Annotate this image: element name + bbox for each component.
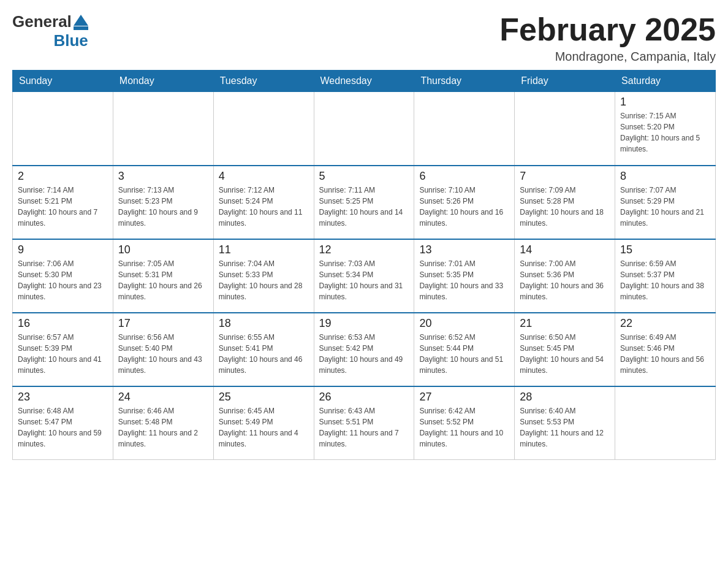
day-number: 5: [319, 170, 409, 183]
calendar-cell: 27Sunrise: 6:42 AMSunset: 5:52 PMDayligh…: [414, 386, 515, 460]
day-info: Sunrise: 6:52 AMSunset: 5:44 PMDaylight:…: [419, 332, 509, 376]
day-number: 27: [419, 391, 509, 404]
day-number: 11: [219, 243, 309, 256]
day-info: Sunrise: 7:06 AMSunset: 5:30 PMDaylight:…: [18, 258, 108, 302]
day-number: 20: [419, 317, 509, 330]
calendar-cell: 4Sunrise: 7:12 AMSunset: 5:24 PMDaylight…: [213, 166, 314, 239]
week-row-2: 2Sunrise: 7:14 AMSunset: 5:21 PMDaylight…: [13, 166, 716, 239]
weekday-header-monday: Monday: [113, 71, 213, 92]
day-number: 9: [18, 243, 108, 256]
calendar-cell: 9Sunrise: 7:06 AMSunset: 5:30 PMDaylight…: [13, 239, 113, 313]
day-number: 17: [118, 317, 208, 330]
weekday-header-row: SundayMondayTuesdayWednesdayThursdayFrid…: [13, 71, 716, 92]
calendar-cell: [113, 92, 213, 166]
calendar-cell: 5Sunrise: 7:11 AMSunset: 5:25 PMDaylight…: [314, 166, 414, 239]
day-number: 2: [18, 170, 108, 183]
weekday-header-thursday: Thursday: [414, 71, 515, 92]
day-info: Sunrise: 7:14 AMSunset: 5:21 PMDaylight:…: [18, 185, 108, 229]
day-info: Sunrise: 6:43 AMSunset: 5:51 PMDaylight:…: [319, 405, 409, 450]
day-number: 22: [620, 317, 710, 330]
day-info: Sunrise: 7:01 AMSunset: 5:35 PMDaylight:…: [419, 258, 509, 302]
calendar-cell: [13, 92, 113, 166]
day-number: 19: [319, 317, 409, 330]
calendar-cell: 16Sunrise: 6:57 AMSunset: 5:39 PMDayligh…: [13, 313, 113, 386]
calendar-cell: 28Sunrise: 6:40 AMSunset: 5:53 PMDayligh…: [515, 386, 615, 460]
calendar-cell: 24Sunrise: 6:46 AMSunset: 5:48 PMDayligh…: [113, 386, 213, 460]
day-number: 26: [319, 391, 409, 404]
month-title: February 2025: [499, 12, 716, 47]
calendar-cell: 25Sunrise: 6:45 AMSunset: 5:49 PMDayligh…: [213, 386, 314, 460]
day-info: Sunrise: 6:53 AMSunset: 5:42 PMDaylight:…: [319, 332, 409, 376]
calendar-cell: [213, 92, 314, 166]
logo-general: General: [12, 12, 72, 31]
day-info: Sunrise: 7:04 AMSunset: 5:33 PMDaylight:…: [219, 258, 309, 302]
day-number: 13: [419, 243, 509, 256]
day-number: 6: [419, 170, 509, 183]
day-info: Sunrise: 6:59 AMSunset: 5:37 PMDaylight:…: [620, 258, 710, 302]
day-info: Sunrise: 7:10 AMSunset: 5:26 PMDaylight:…: [419, 185, 509, 229]
calendar-cell: 18Sunrise: 6:55 AMSunset: 5:41 PMDayligh…: [213, 313, 314, 386]
day-info: Sunrise: 7:00 AMSunset: 5:36 PMDaylight:…: [520, 258, 610, 302]
day-info: Sunrise: 6:48 AMSunset: 5:47 PMDaylight:…: [18, 405, 108, 450]
day-info: Sunrise: 7:07 AMSunset: 5:29 PMDaylight:…: [620, 185, 710, 229]
page-header: General Blue February 2025 Mondragone, C…: [12, 12, 716, 64]
day-info: Sunrise: 7:09 AMSunset: 5:28 PMDaylight:…: [520, 185, 610, 229]
day-info: Sunrise: 6:57 AMSunset: 5:39 PMDaylight:…: [18, 332, 108, 376]
day-number: 25: [219, 391, 309, 404]
weekday-header-wednesday: Wednesday: [314, 71, 414, 92]
day-info: Sunrise: 6:56 AMSunset: 5:40 PMDaylight:…: [118, 332, 208, 376]
calendar-cell: 20Sunrise: 6:52 AMSunset: 5:44 PMDayligh…: [414, 313, 515, 386]
day-number: 28: [520, 391, 610, 404]
logo: General Blue: [12, 12, 88, 50]
day-number: 24: [118, 391, 208, 404]
calendar-cell: 19Sunrise: 6:53 AMSunset: 5:42 PMDayligh…: [314, 313, 414, 386]
day-info: Sunrise: 7:11 AMSunset: 5:25 PMDaylight:…: [319, 185, 409, 229]
day-number: 21: [520, 317, 610, 330]
title-area: February 2025 Mondragone, Campania, Ital…: [499, 12, 716, 64]
week-row-3: 9Sunrise: 7:06 AMSunset: 5:30 PMDaylight…: [13, 239, 716, 313]
calendar-cell: [615, 386, 716, 460]
weekday-header-friday: Friday: [515, 71, 615, 92]
weekday-header-tuesday: Tuesday: [213, 71, 314, 92]
calendar-cell: 6Sunrise: 7:10 AMSunset: 5:26 PMDaylight…: [414, 166, 515, 239]
calendar-cell: 15Sunrise: 6:59 AMSunset: 5:37 PMDayligh…: [615, 239, 716, 313]
calendar-cell: 22Sunrise: 6:49 AMSunset: 5:46 PMDayligh…: [615, 313, 716, 386]
day-number: 4: [219, 170, 309, 183]
day-number: 18: [219, 317, 309, 330]
calendar-cell: 14Sunrise: 7:00 AMSunset: 5:36 PMDayligh…: [515, 239, 615, 313]
calendar-cell: [314, 92, 414, 166]
day-info: Sunrise: 7:13 AMSunset: 5:23 PMDaylight:…: [118, 185, 208, 229]
calendar-cell: 26Sunrise: 6:43 AMSunset: 5:51 PMDayligh…: [314, 386, 414, 460]
day-number: 3: [118, 170, 208, 183]
calendar-cell: 8Sunrise: 7:07 AMSunset: 5:29 PMDaylight…: [615, 166, 716, 239]
day-info: Sunrise: 6:46 AMSunset: 5:48 PMDaylight:…: [118, 405, 208, 450]
weekday-header-sunday: Sunday: [13, 71, 113, 92]
week-row-1: 1Sunrise: 7:15 AMSunset: 5:20 PMDaylight…: [13, 92, 716, 166]
day-number: 10: [118, 243, 208, 256]
day-number: 23: [18, 391, 108, 404]
day-info: Sunrise: 6:49 AMSunset: 5:46 PMDaylight:…: [620, 332, 710, 376]
day-info: Sunrise: 6:42 AMSunset: 5:52 PMDaylight:…: [419, 405, 509, 450]
calendar-cell: 1Sunrise: 7:15 AMSunset: 5:20 PMDaylight…: [615, 92, 716, 166]
day-info: Sunrise: 7:15 AMSunset: 5:20 PMDaylight:…: [620, 110, 710, 155]
calendar-cell: 23Sunrise: 6:48 AMSunset: 5:47 PMDayligh…: [13, 386, 113, 460]
day-info: Sunrise: 6:45 AMSunset: 5:49 PMDaylight:…: [219, 405, 309, 450]
calendar-cell: 7Sunrise: 7:09 AMSunset: 5:28 PMDaylight…: [515, 166, 615, 239]
week-row-4: 16Sunrise: 6:57 AMSunset: 5:39 PMDayligh…: [13, 313, 716, 386]
day-info: Sunrise: 7:12 AMSunset: 5:24 PMDaylight:…: [219, 185, 309, 229]
calendar-cell: 10Sunrise: 7:05 AMSunset: 5:31 PMDayligh…: [113, 239, 213, 313]
logo-blue: Blue: [53, 31, 88, 50]
calendar-cell: 2Sunrise: 7:14 AMSunset: 5:21 PMDaylight…: [13, 166, 113, 239]
calendar-cell: 13Sunrise: 7:01 AMSunset: 5:35 PMDayligh…: [414, 239, 515, 313]
calendar-cell: [414, 92, 515, 166]
day-info: Sunrise: 7:05 AMSunset: 5:31 PMDaylight:…: [118, 258, 208, 302]
day-number: 1: [620, 96, 710, 109]
day-info: Sunrise: 6:50 AMSunset: 5:45 PMDaylight:…: [520, 332, 610, 376]
day-number: 16: [18, 317, 108, 330]
day-info: Sunrise: 7:03 AMSunset: 5:34 PMDaylight:…: [319, 258, 409, 302]
location: Mondragone, Campania, Italy: [499, 50, 716, 64]
day-number: 8: [620, 170, 710, 183]
day-number: 15: [620, 243, 710, 256]
calendar-cell: 11Sunrise: 7:04 AMSunset: 5:33 PMDayligh…: [213, 239, 314, 313]
calendar-table: SundayMondayTuesdayWednesdayThursdayFrid…: [12, 70, 716, 460]
